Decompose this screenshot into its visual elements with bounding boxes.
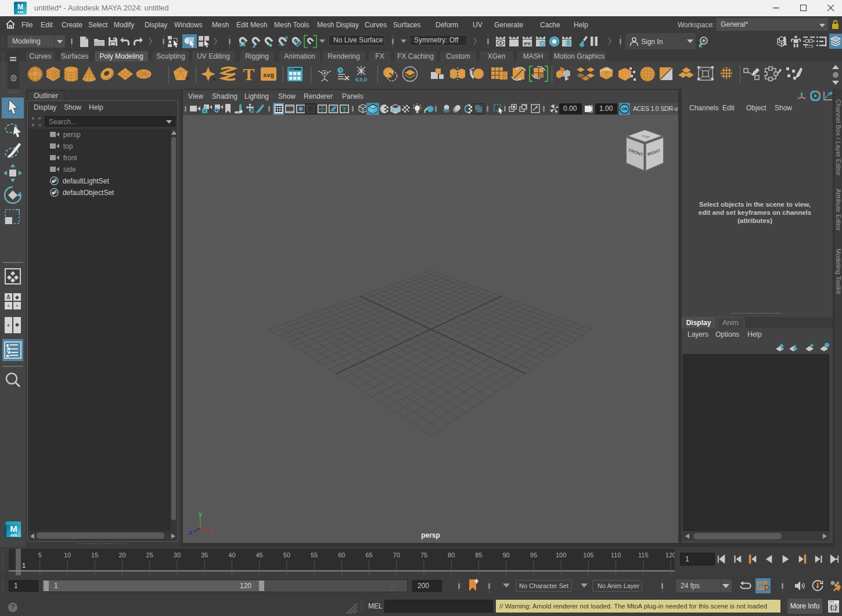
svg-text:?: ? [10, 603, 15, 611]
svg-text:65: 65 [365, 552, 372, 559]
svg-text:20: 20 [118, 552, 125, 559]
svg-text:100: 100 [556, 552, 566, 559]
svg-text:svg: svg [263, 71, 274, 78]
svg-text:105: 105 [583, 552, 593, 559]
svg-text:10: 10 [64, 552, 71, 559]
svg-text:IPR: IPR [524, 42, 531, 46]
svg-text:AYA: AYA [10, 534, 17, 537]
svg-text:45: 45 [256, 552, 262, 559]
svg-text:25: 25 [146, 552, 153, 559]
svg-text:60: 60 [338, 552, 345, 559]
svg-text:ON: ON [622, 107, 628, 111]
svg-text:55: 55 [311, 552, 318, 559]
svg-text:AYA: AYA [17, 10, 24, 14]
svg-text:35: 35 [201, 552, 208, 559]
svg-text:{;}: {;} [830, 604, 837, 611]
svg-text:75: 75 [420, 552, 427, 559]
svg-text:T: T [343, 106, 347, 113]
svg-text:y: y [199, 511, 203, 517]
svg-text:+: + [16, 303, 19, 309]
svg-text:T: T [243, 66, 254, 82]
svg-text:M: M [10, 524, 17, 534]
svg-text:+: + [7, 322, 10, 329]
svg-text:x: x [699, 42, 703, 48]
svg-text:40: 40 [228, 552, 235, 559]
svg-text:80: 80 [448, 552, 455, 559]
svg-text:110: 110 [611, 552, 621, 559]
svg-text:115: 115 [638, 552, 649, 559]
svg-text:90: 90 [502, 552, 509, 559]
svg-text:95: 95 [530, 552, 537, 559]
svg-text:1: 1 [22, 562, 26, 569]
svg-text:0,0,0: 0,0,0 [355, 77, 367, 82]
svg-text:+: + [7, 303, 10, 309]
svg-text:M: M [17, 3, 23, 11]
svg-text:15: 15 [91, 552, 98, 559]
svg-text:70: 70 [393, 552, 400, 559]
svg-text:85: 85 [475, 552, 482, 559]
svg-text:30: 30 [174, 552, 181, 559]
svg-text:50: 50 [283, 552, 290, 559]
svg-text:120: 120 [665, 552, 675, 559]
svg-text:5: 5 [38, 552, 42, 559]
